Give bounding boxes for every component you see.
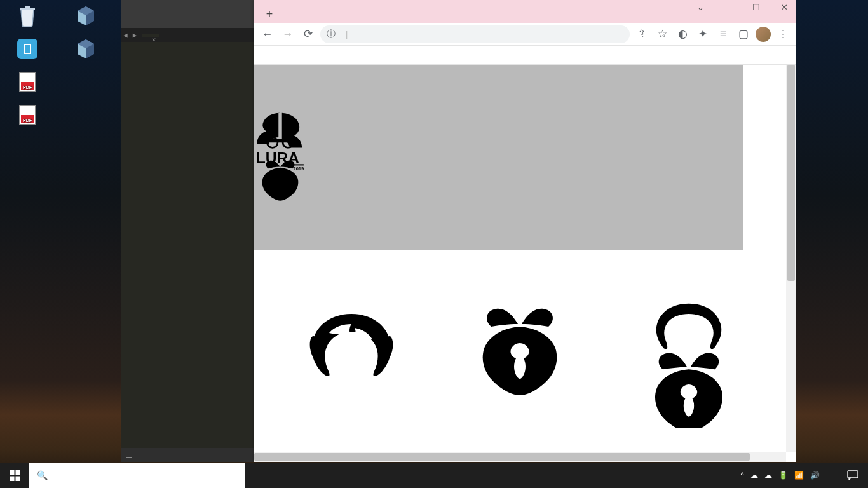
maximize-icon[interactable]: ☐ xyxy=(747,3,766,12)
products-section xyxy=(254,250,786,409)
action-center-button[interactable] xyxy=(840,463,865,488)
pdf-icon xyxy=(19,72,36,92)
editor-code-area[interactable] xyxy=(121,42,254,448)
editor-titlebar[interactable] xyxy=(121,0,254,15)
new-tab-button[interactable]: + xyxy=(261,5,278,23)
nav-back-icon[interactable]: ◀ xyxy=(123,31,128,39)
desktop-icon-pdf-2[interactable] xyxy=(5,103,50,128)
product-image-combo xyxy=(635,301,743,409)
logo-year: 2019 xyxy=(294,166,304,172)
separator: | xyxy=(346,29,348,39)
desktop-icon-virtualbox[interactable] xyxy=(64,4,108,29)
desktop-icon-trash[interactable] xyxy=(5,4,50,29)
editor-statusbar xyxy=(121,448,254,462)
page-viewport: LURA 2019 xyxy=(254,65,796,462)
info-icon[interactable]: ⓘ xyxy=(327,29,336,40)
svg-rect-9 xyxy=(10,476,15,481)
scrollbar-thumb[interactable] xyxy=(254,453,750,461)
tray-battery-icon[interactable]: 🔋 xyxy=(778,471,788,480)
chrome-toolbar: ← → ⟳ ⓘ | ⇪ ☆ ◐ ✦ ≡ ▢ ⋮ xyxy=(254,23,796,46)
taskbar-search[interactable]: 🔍 xyxy=(29,463,245,488)
pdf-icon xyxy=(19,105,36,125)
chrome-tabstrip: + ⌄ ― ☐ ✕ xyxy=(254,0,796,23)
desktop-icon-oracle-vm[interactable] xyxy=(64,37,108,62)
close-icon[interactable]: ✕ xyxy=(775,3,794,12)
svg-rect-1 xyxy=(25,6,30,8)
editor-menubar xyxy=(121,15,254,28)
address-bar[interactable]: ⓘ | xyxy=(320,25,630,43)
product-card xyxy=(275,282,427,409)
chrome-window: + ⌄ ― ☐ ✕ ← → ⟳ ⓘ | ⇪ ☆ ◐ ✦ ≡ ▢ ⋮ xyxy=(254,0,796,462)
horizontal-scrollbar[interactable] xyxy=(254,452,786,462)
share-icon[interactable]: ⇪ xyxy=(634,26,650,43)
cube-icon xyxy=(75,5,97,27)
tray-cloud-icon[interactable]: ☁ xyxy=(764,471,772,480)
app-icon xyxy=(17,39,37,59)
minimize-icon[interactable]: ― xyxy=(719,3,738,12)
updates-icon[interactable]: ◐ xyxy=(674,26,691,43)
notification-icon xyxy=(847,470,858,480)
product-image-hair xyxy=(297,301,405,409)
windows-taskbar: 🔍 ^ ☁ ☁ 🔋 📶 🔊 xyxy=(0,463,868,488)
trash-icon xyxy=(17,4,37,27)
cube-icon xyxy=(75,38,97,60)
desktop-icon-pdf-1[interactable] xyxy=(5,70,50,95)
svg-rect-2 xyxy=(17,39,37,59)
forward-button[interactable]: → xyxy=(280,26,296,43)
tray-chevron-icon[interactable]: ^ xyxy=(740,471,744,480)
product-card xyxy=(444,282,596,409)
page-header: LURA 2019 xyxy=(254,65,743,250)
logo: LURA 2019 xyxy=(254,90,306,239)
vertical-scrollbar[interactable] xyxy=(786,65,796,452)
status-square-icon xyxy=(126,452,132,458)
svg-rect-11 xyxy=(848,471,858,478)
system-tray: ^ ☁ ☁ 🔋 📶 🔊 xyxy=(740,463,868,488)
editor-tab[interactable]: × xyxy=(142,34,159,37)
desktop-icon-pdfelement[interactable] xyxy=(5,37,50,62)
sublime-text-window: ◀ ▶ × xyxy=(121,0,254,462)
bookmarks-bar xyxy=(254,46,796,65)
search-icon: 🔍 xyxy=(37,470,48,480)
kebab-menu-icon[interactable]: ⋮ xyxy=(775,26,791,43)
start-button[interactable] xyxy=(0,463,29,488)
svg-rect-10 xyxy=(15,476,20,481)
caret-down-icon[interactable]: ⌄ xyxy=(691,3,710,12)
tray-onedrive-icon[interactable]: ☁ xyxy=(750,471,758,480)
product-card xyxy=(613,282,765,409)
extensions-icon[interactable]: ✦ xyxy=(695,26,711,43)
windows-icon xyxy=(10,470,20,481)
profile-avatar[interactable] xyxy=(756,27,771,42)
back-button[interactable]: ← xyxy=(259,26,276,43)
tray-volume-icon[interactable]: 🔊 xyxy=(810,471,820,480)
svg-rect-8 xyxy=(15,470,20,475)
svg-rect-7 xyxy=(10,470,15,475)
desktop-icons-area xyxy=(5,4,108,128)
star-icon[interactable]: ☆ xyxy=(654,26,670,43)
nav-fwd-icon[interactable]: ▶ xyxy=(133,31,137,39)
close-icon[interactable]: × xyxy=(152,36,156,44)
scrollbar-thumb[interactable] xyxy=(787,65,795,281)
editor-tab-bar: ◀ ▶ × xyxy=(121,28,254,42)
reload-button[interactable]: ⟳ xyxy=(300,26,316,43)
tray-wifi-icon[interactable]: 📶 xyxy=(794,471,804,480)
product-image-beard xyxy=(466,301,574,409)
panel-icon[interactable]: ▢ xyxy=(735,26,752,43)
reading-list-icon[interactable]: ≡ xyxy=(715,26,731,43)
